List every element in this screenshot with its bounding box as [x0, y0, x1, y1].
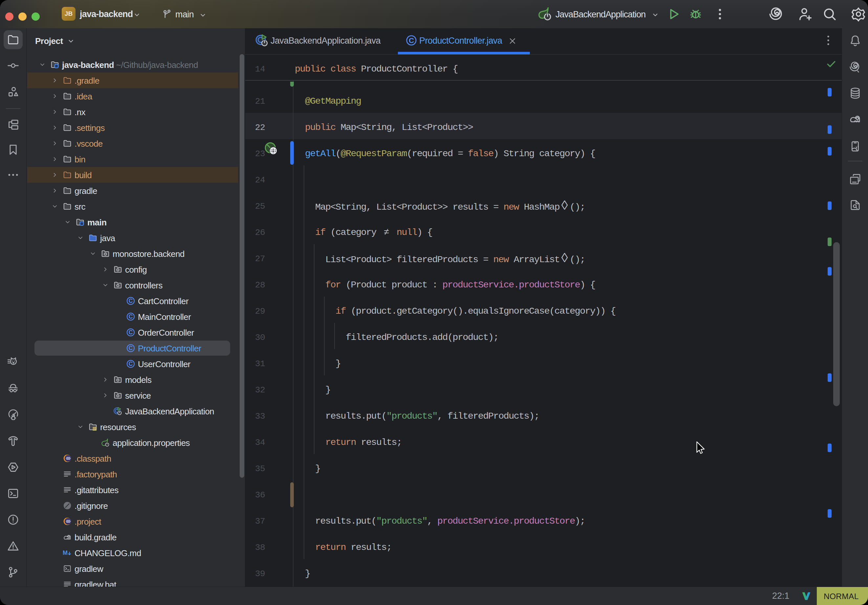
svg-text:C: C: [409, 36, 414, 45]
svg-text:C: C: [129, 313, 133, 320]
svg-text:C: C: [129, 329, 133, 336]
svg-text:C: C: [129, 297, 133, 304]
svg-text:C: C: [129, 361, 133, 367]
svg-text:M: M: [63, 549, 68, 556]
svg-text:C: C: [129, 345, 133, 351]
